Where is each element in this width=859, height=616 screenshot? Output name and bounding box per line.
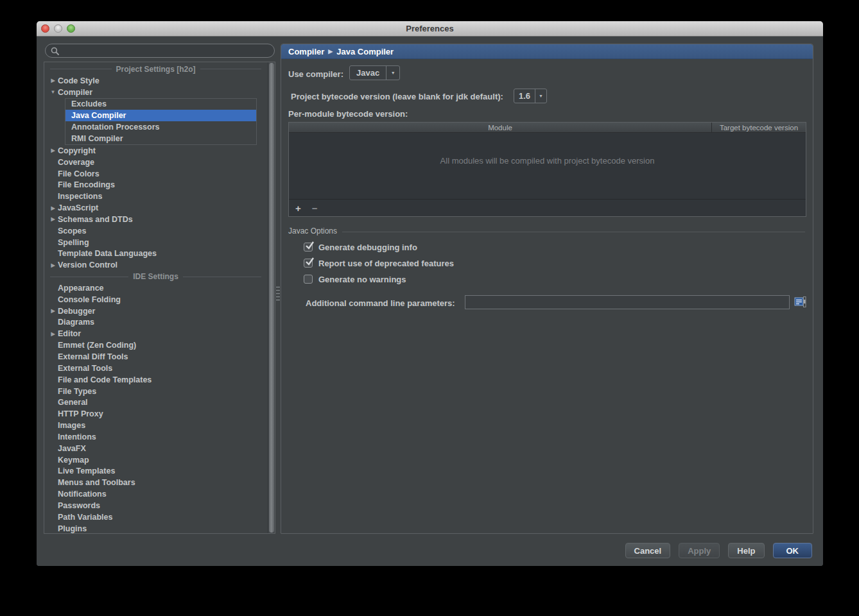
javac-options-section: Javac Options [288,227,805,235]
expand-editor-icon[interactable] [794,296,806,308]
sidebar-scrollbar[interactable] [268,62,275,533]
sidebar-item-schemas-and-dtds[interactable]: ▶Schemas and DTDs [44,214,267,225]
sidebar-item-javascript[interactable]: ▶JavaScript [44,202,267,214]
separator-line [50,277,128,277]
sidebar-item-label: File Encodings [58,180,115,189]
bytecode-version-value: 1.6 [514,89,535,103]
preferences-window: Preferences Project Settings [h2o]▶Code … [37,21,823,566]
sidebar-item-copyright[interactable]: ▶Copyright [44,145,267,157]
cancel-button[interactable]: Cancel [625,543,671,558]
sidebar-item-plugins[interactable]: Plugins [44,523,267,534]
sidebar-item-version-control[interactable]: ▶Version Control [44,259,267,271]
sidebar-item-label: RMI Compiler [71,134,123,143]
section-divider [342,232,805,232]
search-field[interactable] [45,44,275,58]
javac-options-checkboxes: Generate debugging infoReport use of dep… [304,242,454,290]
window-title: Preferences [37,21,823,36]
sidebar-item-excludes[interactable]: Excludes [65,99,256,110]
sidebar-item-notifications[interactable]: Notifications [44,488,267,500]
use-compiler-select[interactable]: Javac ▼ [349,65,400,80]
sidebar-item-scopes[interactable]: Scopes [44,225,267,237]
sidebar-item-java-compiler[interactable]: Java Compiler [65,110,256,121]
sidebar-item-debugger[interactable]: ▶Debugger [44,305,267,317]
sidebar-item-inspections[interactable]: Inspections [44,191,267,202]
breadcrumb-separator-icon: ▶ [328,48,333,55]
sidebar-item-intentions[interactable]: Intentions [44,431,267,443]
chevron-down-icon[interactable]: ▼ [386,66,399,80]
sidebar-item-label: Plugins [58,524,87,533]
sidebar-item-file-types[interactable]: File Types [44,386,267,397]
sidebar-item-javafx[interactable]: JavaFX [44,443,267,454]
sidebar-item-label: Live Templates [58,466,115,475]
sidebar-item-label: Debugger [58,307,95,316]
checkbox-label: Generate debugging info [318,243,417,252]
chevron-collapsed-icon[interactable]: ▶ [48,148,58,153]
sidebar-item-passwords[interactable]: Passwords [44,500,267,511]
checkbox-generate-debugging-info[interactable] [304,243,313,252]
sidebar-item-compiler[interactable]: ▼Compiler [44,87,267,98]
sidebar-item-menus-and-toolbars[interactable]: Menus and Toolbars [44,477,267,488]
chevron-expanded-icon[interactable]: ▼ [48,89,58,95]
sidebar-item-file-and-code-templates[interactable]: File and Code Templates [44,374,267,386]
additional-params-field [465,295,790,309]
scrollbar-thumb[interactable] [269,63,274,533]
help-button[interactable]: Help [728,543,764,558]
add-module-button[interactable]: + [295,203,301,214]
use-compiler-value: Javac [350,66,386,80]
sidebar-item-template-data-languages[interactable]: Template Data Languages [44,248,267,260]
sidebar-item-file-colors[interactable]: File Colors [44,168,267,180]
apply-button[interactable]: Apply [679,543,720,558]
sidebar-item-file-encodings[interactable]: File Encodings [44,179,267,191]
sidebar-item-external-diff-tools[interactable]: External Diff Tools [44,351,267,363]
sidebar-item-label: Notifications [58,490,107,499]
minimize-button[interactable] [54,24,62,33]
sidebar-item-rmi-compiler[interactable]: RMI Compiler [65,133,256,144]
bytecode-version-select[interactable]: 1.6 ▼ [514,89,547,103]
sidebar-item-general[interactable]: General [44,397,267,408]
chevron-collapsed-icon[interactable]: ▶ [48,308,58,314]
close-button[interactable] [41,24,49,33]
sidebar-item-keymap[interactable]: Keymap [44,454,267,466]
sidebar-item-label: Code Style [58,76,100,85]
chevron-collapsed-icon[interactable]: ▶ [48,262,58,268]
sidebar-item-label: Java Compiler [71,111,126,120]
checkbox-report-use-of-deprecated-features[interactable] [304,259,313,268]
additional-params-input[interactable] [465,296,789,309]
sidebar-item-http-proxy[interactable]: HTTP Proxy [44,408,267,420]
chevron-collapsed-icon[interactable]: ▶ [48,205,58,211]
sidebar-item-spelling[interactable]: Spelling [44,237,267,248]
chevron-collapsed-icon[interactable]: ▶ [48,78,58,83]
search-input[interactable] [62,46,269,56]
sidebar-item-live-templates[interactable]: Live Templates [44,466,267,477]
titlebar[interactable]: Preferences [37,21,823,37]
sidebar-item-external-tools[interactable]: External Tools [44,363,267,374]
sidebar-item-label: Excludes [71,99,107,108]
sidebar-item-annotation-processors[interactable]: Annotation Processors [65,121,256,133]
sidebar-item-label: Schemas and DTDs [58,215,133,224]
sidebar-item-emmet-zen-coding[interactable]: Emmet (Zen Coding) [44,339,267,351]
compiler-children-group: ExcludesJava CompilerAnnotation Processo… [65,98,257,145]
chevron-down-icon[interactable]: ▼ [535,89,546,103]
column-header-target-bytecode[interactable]: Target bytecode version [712,123,806,132]
table-body[interactable]: All modules will be compiled with projec… [289,133,806,199]
sidebar-item-path-variables[interactable]: Path Variables [44,511,267,523]
sidebar-item-editor[interactable]: ▶Editor [44,328,267,339]
zoom-button[interactable] [67,24,75,33]
chevron-collapsed-icon[interactable]: ▶ [48,216,58,222]
remove-module-button[interactable]: − [312,203,318,214]
splitter-grip-icon[interactable] [276,286,280,302]
column-header-module[interactable]: Module [289,123,712,132]
sidebar-item-diagrams[interactable]: Diagrams [44,317,267,329]
sidebar-item-images[interactable]: Images [44,420,267,431]
chevron-collapsed-icon[interactable]: ▶ [48,331,58,337]
sidebar-item-coverage[interactable]: Coverage [44,157,267,168]
ok-button[interactable]: OK [773,543,813,558]
bytecode-version-label: Project bytecode version (leave blank fo… [291,92,503,101]
settings-tree: Project Settings [h2o]▶Code Style▼Compil… [44,62,275,534]
sidebar-item-console-folding[interactable]: Console Folding [44,294,267,305]
sidebar-item-label: JavaFX [58,444,86,453]
sidebar-item-appearance[interactable]: Appearance [44,282,267,294]
checkbox-generate-no-warnings[interactable] [304,275,313,284]
sidebar-item-code-style[interactable]: ▶Code Style [44,75,267,87]
breadcrumb-parent: Compiler [288,47,324,56]
